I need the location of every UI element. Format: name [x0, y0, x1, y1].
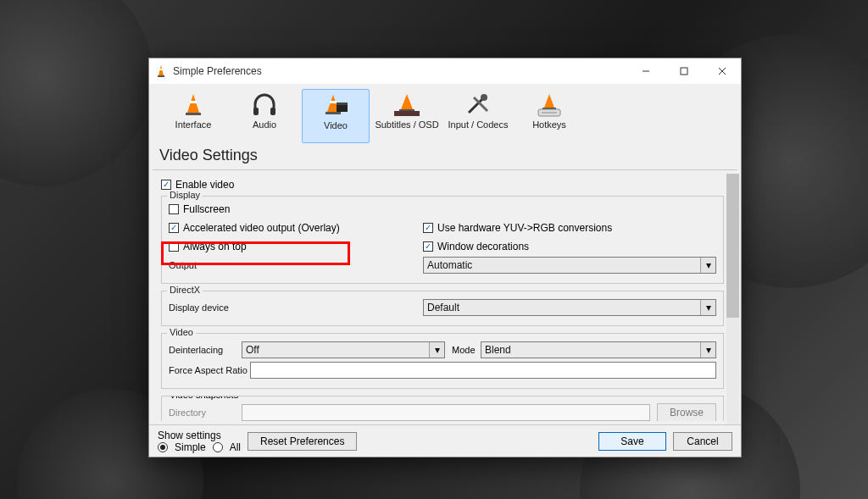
- tab-hotkeys[interactable]: Hotkeys: [515, 89, 583, 143]
- radio-label: Simple: [175, 441, 206, 453]
- svg-rect-15: [337, 105, 348, 112]
- force-aspect-input[interactable]: [250, 362, 716, 379]
- chevron-down-icon: ▾: [429, 342, 444, 358]
- display-group: Display Fullscreen ✓Accelerated video ou…: [161, 196, 724, 284]
- snapshots-group: Video snapshots Directory Browse: [161, 396, 724, 421]
- video-group: Video Deinterlacing Off ▾ Mode Blend ▾ F…: [161, 333, 724, 389]
- minimize-button[interactable]: [626, 58, 665, 84]
- checkbox-label: Accelerated video output (Overlay): [183, 222, 340, 234]
- headphones-icon: [250, 92, 279, 118]
- directory-input[interactable]: [242, 404, 650, 421]
- tab-subtitles[interactable]: Subtitles / OSD: [373, 89, 441, 143]
- force-aspect-label: Force Aspect Ratio: [169, 365, 250, 375]
- svg-rect-18: [399, 109, 415, 111]
- show-settings-group: Show settings Simple All: [158, 430, 241, 453]
- checkbox-label: Fullscreen: [183, 203, 230, 215]
- fullscreen-checkbox[interactable]: Fullscreen: [169, 202, 423, 217]
- svg-rect-1: [158, 75, 164, 77]
- svg-rect-11: [270, 108, 275, 115]
- enable-video-checkbox[interactable]: ✓Enable video: [161, 177, 724, 192]
- radio-label: All: [230, 441, 241, 453]
- vlc-cone-icon: [154, 64, 168, 78]
- titlebar[interactable]: Simple Preferences: [149, 58, 741, 84]
- accelerated-video-checkbox[interactable]: ✓Accelerated video output (Overlay): [169, 220, 423, 236]
- svg-rect-13: [326, 112, 341, 114]
- maximize-button[interactable]: [665, 58, 703, 84]
- always-on-top-checkbox[interactable]: Always on top: [169, 239, 423, 254]
- tab-label: Input / Codecs: [448, 119, 509, 130]
- checkbox-label: Window decorations: [437, 241, 529, 252]
- svg-rect-19: [394, 111, 420, 116]
- svg-point-21: [481, 94, 487, 101]
- scrollbar-thumb[interactable]: [726, 174, 739, 318]
- checkbox-label: Use hardware YUV->RGB conversions: [437, 222, 612, 234]
- combo-value: Default: [427, 302, 459, 313]
- browse-button[interactable]: Browse: [657, 403, 716, 421]
- window-decorations-checkbox[interactable]: ✓Window decorations: [423, 239, 716, 254]
- all-radio[interactable]: [213, 442, 223, 452]
- simple-radio[interactable]: [158, 442, 168, 452]
- output-label: Output: [169, 260, 242, 270]
- footer: Show settings Simple All Reset Preferenc…: [149, 424, 741, 457]
- output-combo[interactable]: Automatic ▾: [423, 257, 716, 274]
- chevron-down-icon: ▾: [700, 342, 715, 358]
- save-button[interactable]: Save: [598, 432, 666, 451]
- tab-label: Audio: [253, 119, 276, 130]
- svg-rect-4: [681, 68, 687, 75]
- show-settings-label: Show settings: [158, 430, 241, 441]
- deinterlacing-combo[interactable]: Off ▾: [242, 341, 445, 358]
- group-legend: Video: [167, 327, 196, 337]
- close-button[interactable]: [703, 58, 741, 84]
- combo-value: Blend: [485, 344, 511, 356]
- deinterlacing-label: Deinterlacing: [169, 345, 242, 355]
- tab-label: Subtitles / OSD: [375, 119, 438, 130]
- page-heading: Video Settings: [149, 143, 741, 169]
- directx-group: DirectX Display device Default ▾: [161, 291, 724, 326]
- group-legend: Video snapshots: [167, 396, 241, 400]
- combo-value: Off: [246, 344, 259, 356]
- tab-label: Interface: [175, 119, 212, 130]
- reset-preferences-button[interactable]: Reset Preferences: [248, 432, 357, 451]
- mode-combo[interactable]: Blend ▾: [481, 341, 716, 358]
- hw-yuv-checkbox[interactable]: ✓Use hardware YUV->RGB conversions: [423, 220, 716, 236]
- settings-scroll-area: ✓Enable video Display Fullscreen ✓Accele…: [149, 170, 741, 424]
- svg-rect-8: [186, 113, 201, 115]
- cone-icon: [179, 92, 208, 118]
- tab-video[interactable]: Video: [302, 89, 370, 143]
- svg-rect-2: [159, 69, 163, 70]
- directory-label: Directory: [169, 408, 242, 418]
- tab-audio[interactable]: Audio: [231, 89, 298, 143]
- combo-value: Automatic: [427, 259, 472, 271]
- chevron-down-icon: ▾: [700, 258, 715, 273]
- preferences-window: Simple Preferences Interface Audio Video…: [148, 58, 742, 457]
- cone-board-icon: [392, 92, 421, 118]
- display-device-label: Display device: [169, 302, 242, 313]
- cancel-button[interactable]: Cancel: [673, 432, 732, 451]
- svg-rect-14: [330, 101, 337, 103]
- svg-rect-16: [337, 103, 348, 105]
- cone-clapper-icon: [321, 93, 350, 119]
- group-legend: DirectX: [167, 285, 203, 295]
- svg-marker-17: [401, 94, 413, 109]
- window-title: Simple Preferences: [173, 65, 262, 77]
- svg-rect-9: [190, 101, 197, 103]
- display-device-combo[interactable]: Default ▾: [423, 299, 716, 316]
- svg-marker-23: [544, 94, 554, 108]
- category-tabstrip: Interface Audio Video Subtitles / OSD In…: [149, 84, 741, 143]
- checkbox-label: Enable video: [175, 179, 234, 191]
- mode-label: Mode: [452, 345, 481, 355]
- svg-line-20: [469, 99, 482, 113]
- tab-interface[interactable]: Interface: [159, 89, 227, 143]
- tab-label: Video: [324, 120, 348, 130]
- svg-rect-10: [253, 108, 259, 115]
- cone-keyboard-icon: [535, 92, 564, 118]
- chevron-down-icon: ▾: [700, 300, 715, 315]
- checkbox-label: Always on top: [183, 241, 247, 252]
- group-legend: Display: [167, 190, 203, 200]
- tools-icon: [464, 92, 492, 118]
- vertical-scrollbar[interactable]: ▴ ▾: [726, 174, 739, 424]
- tab-input-codecs[interactable]: Input / Codecs: [444, 89, 512, 143]
- tab-label: Hotkeys: [532, 119, 566, 130]
